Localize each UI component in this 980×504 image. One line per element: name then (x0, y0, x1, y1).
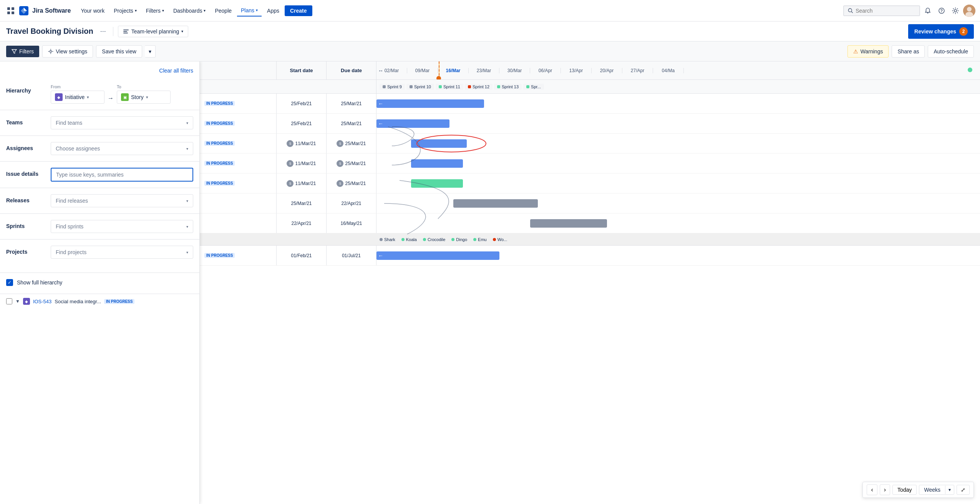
teams-label: Teams (6, 116, 45, 126)
jira-logo[interactable]: Jira Software (18, 5, 71, 16)
row-due-date: 22/Apr/21 (327, 193, 376, 213)
releases-filter-row: Releases Find releases ▾ (0, 190, 199, 212)
clear-filters-area: Clear all filters (0, 68, 199, 80)
more-options-icon[interactable]: ··· (98, 26, 108, 36)
story-select[interactable]: ▣ Story ▾ (117, 91, 171, 104)
filter-icon (12, 49, 17, 54)
gantt-bar[interactable] (453, 199, 538, 208)
svg-point-11 (967, 7, 972, 12)
share-as-button[interactable]: Share as (892, 45, 925, 58)
planning-mode-button[interactable]: Team-level planning ▾ (118, 26, 189, 37)
initiative-select[interactable]: ◆ Initiative ▾ (51, 91, 104, 104)
row-checkbox[interactable] (6, 298, 12, 304)
collapse-timeline-icon[interactable]: ↔ (378, 68, 383, 74)
issue-title: Social media integr... (55, 299, 101, 304)
save-view-caret-button[interactable]: ▾ (145, 45, 156, 58)
chevron-down-icon: ▾ (87, 95, 89, 100)
nav-apps[interactable]: Apps (263, 5, 283, 16)
chevron-down-icon: ▾ (186, 147, 188, 151)
sprint-chip[interactable]: Sprint 13 (494, 84, 522, 90)
row-start-date: s 11/Mar/21 (277, 174, 327, 193)
chevron-down-icon: ▾ (146, 95, 148, 100)
review-changes-button[interactable]: Review changes 2 (908, 24, 974, 39)
sprint-chip[interactable]: Sprint 11 (436, 84, 463, 90)
bottom-preview-row: ▼ ◆ IOS-543 Social media integr... IN PR… (0, 294, 199, 309)
show-hierarchy-checkbox[interactable]: ✓ (6, 279, 13, 286)
teams-dropdown[interactable]: Find teams ▾ (51, 116, 193, 129)
row-due-date: s 25/Mar/21 (327, 154, 376, 173)
row-start-date: 25/Feb/21 (277, 114, 327, 133)
gantt-bar[interactable]: ← (376, 251, 499, 260)
gantt-date-cell: 06/Apr (530, 68, 561, 73)
today-button[interactable]: Today (892, 485, 917, 495)
search-box[interactable] (843, 5, 920, 16)
collapse-icon[interactable]: ▼ (15, 299, 20, 304)
svg-rect-1 (12, 7, 14, 10)
status-badge: IN PROGRESS (204, 141, 235, 146)
gantt-bar[interactable] (411, 159, 463, 168)
to-column: To ▣ Story ▾ (117, 84, 171, 104)
expand-button[interactable]: ⤢ (957, 485, 970, 495)
hierarchy-filter-row: Hierarchy From ◆ Initiative ▾ → To (0, 80, 199, 108)
story-icon: ▣ (121, 93, 129, 101)
hierarchy-controls: From ◆ Initiative ▾ → To ▣ Story (51, 84, 193, 104)
filters-button[interactable]: Filters (6, 46, 39, 57)
issue-details-input[interactable] (51, 168, 193, 182)
sprints-dropdown[interactable]: Find sprints ▾ (51, 220, 193, 233)
notifications-icon[interactable] (922, 5, 934, 17)
row-label: IN PROGRESS (200, 114, 277, 133)
row-bar-area (376, 193, 980, 213)
save-view-button[interactable]: Save this view (96, 45, 142, 58)
clear-all-filters-link[interactable]: Clear all filters (159, 68, 193, 74)
nav-filters[interactable]: Filters ▾ (142, 5, 168, 16)
arrow-between-icon: → (108, 95, 114, 102)
gantt-bar[interactable] (530, 219, 607, 228)
settings-icon[interactable] (949, 5, 962, 17)
show-hierarchy-label: Show full hierarchy (17, 279, 62, 286)
row-label: IN PROGRESS (200, 154, 277, 173)
auto-schedule-button[interactable]: Auto-schedule (928, 45, 974, 58)
gantt-bar[interactable] (411, 179, 463, 188)
apps-grid-icon[interactable] (5, 5, 17, 17)
releases-controls: Find releases ▾ (51, 194, 193, 207)
nav-your-work[interactable]: Your work (77, 5, 108, 16)
view-settings-button[interactable]: View settings (42, 45, 93, 58)
gantt-header: Start date Due date ↔ 02/Mar09/Mar16/Mar… (200, 61, 980, 80)
nav-plans[interactable]: Plans ▾ (237, 5, 262, 17)
table-row: IN PROGRESS s 11/Mar/21 s 25/Mar/21 (200, 154, 980, 174)
sprint-chip[interactable]: Sprint 12 (465, 84, 492, 90)
avatar[interactable] (963, 5, 975, 17)
sprint-chip[interactable]: Sprint 9 (380, 84, 405, 90)
release-row: SharkKoalaCrocodileDingoEmuWo... (200, 233, 980, 246)
gantt-bar[interactable]: ← (376, 119, 449, 128)
warnings-button[interactable]: ⚠ Warnings (847, 45, 889, 58)
gantt-bar[interactable] (411, 139, 467, 148)
nav-projects[interactable]: Projects ▾ (110, 5, 141, 16)
gantt-bar[interactable]: ← (376, 99, 484, 108)
prev-button[interactable]: ‹ (867, 484, 877, 495)
table-row: IN PROGRESS 25/Feb/21 25/Mar/21 ← (200, 114, 980, 134)
next-button[interactable]: › (880, 484, 890, 495)
release-chip: Wo... (493, 237, 507, 242)
weeks-chevron-icon[interactable]: ▾ (945, 486, 954, 494)
nav-people[interactable]: People (211, 5, 235, 16)
row-due-date: 01/Jul/21 (327, 246, 376, 265)
assignees-label: Assignees (6, 142, 45, 151)
sprint-chip[interactable]: Sprint 10 (406, 84, 434, 90)
create-button[interactable]: Create (285, 5, 312, 16)
nav-dashboards[interactable]: Dashboards ▾ (169, 5, 210, 16)
projects-dropdown[interactable]: Find projects ▾ (51, 246, 193, 259)
issue-id[interactable]: IOS-543 (33, 299, 51, 304)
weeks-label[interactable]: Weeks (919, 485, 945, 494)
releases-dropdown[interactable]: Find releases ▾ (51, 194, 193, 207)
release-chip: Emu (473, 237, 487, 242)
status-badge: IN PROGRESS (204, 161, 235, 166)
sprint-chip[interactable]: Spr... (523, 84, 544, 90)
assignees-dropdown[interactable]: Choose assignees ▾ (51, 142, 193, 155)
sprint-icon: s (337, 160, 343, 167)
search-input[interactable] (856, 8, 915, 14)
sprint-chips-area: Sprint 9Sprint 10Sprint 11Sprint 12Sprin… (376, 80, 980, 93)
help-icon[interactable]: ? (935, 5, 948, 17)
page-title: Travel Booking Division (6, 27, 93, 36)
separator (113, 27, 113, 36)
